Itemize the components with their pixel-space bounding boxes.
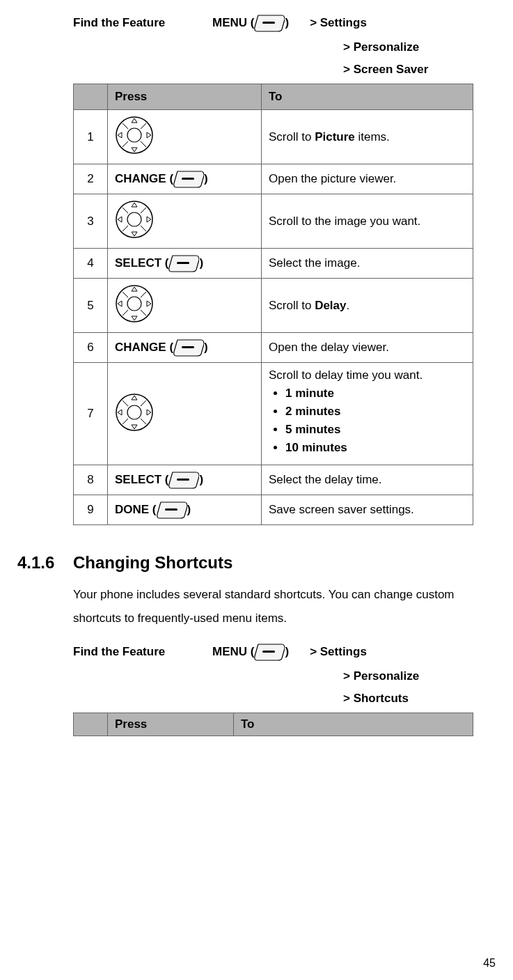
softkey-icon (173, 170, 204, 188)
press-cell: SELECT ( ) (108, 249, 262, 279)
softkey-icon (168, 254, 199, 272)
list-item: 2 minutes (285, 405, 466, 419)
to-text: Scroll to (269, 130, 315, 143)
step-num: 4 (74, 249, 108, 279)
press-cell (108, 110, 262, 164)
to-cell: Save screen saver settings. (262, 495, 473, 525)
breadcrumb: > Settings (310, 645, 367, 659)
step-num: 7 (74, 363, 108, 465)
step-num: 9 (74, 495, 108, 525)
to-text: items. (355, 130, 390, 143)
section-heading: 4.1.6Changing Shortcuts (17, 553, 496, 573)
menu-text: MENU ( ) (212, 643, 289, 661)
step-num: 2 (74, 164, 108, 194)
press-cell: DONE ( ) (108, 495, 262, 525)
breadcrumb: > Personalize (343, 40, 496, 54)
press-cell: SELECT ( ) (108, 465, 262, 495)
softkey-icon (173, 339, 204, 357)
menu-suffix: ) (285, 16, 289, 30)
breadcrumb: > Settings (310, 16, 367, 30)
col-press: Press (108, 713, 234, 736)
to-text: Scroll to (269, 299, 315, 312)
table-row: 1 Scroll to Picture items. (74, 110, 473, 164)
menu-suffix: ) (285, 645, 289, 659)
softkey-icon (157, 501, 187, 519)
press-cell (108, 279, 262, 333)
table-header-row: Press To (74, 713, 473, 736)
to-cell: Scroll to the image you want. (262, 194, 473, 249)
press-cell: CHANGE ( ) (108, 333, 262, 363)
col-to: To (234, 713, 473, 736)
press-label: ) (199, 256, 203, 270)
to-text: . (347, 299, 350, 312)
navkey-icon (115, 284, 154, 323)
steps-table: Press To 1 Scroll to Picture items. 2 CH… (73, 84, 473, 525)
to-text-bold: Picture (315, 130, 355, 143)
table-row: 6 CHANGE ( ) Open the delay viewer. (74, 333, 473, 363)
press-label: ) (204, 341, 208, 355)
press-label: ) (199, 473, 203, 487)
press-label: SELECT ( (115, 256, 168, 270)
menu-prefix: MENU ( (212, 16, 254, 30)
press-label: ) (204, 172, 208, 186)
press-cell: CHANGE ( ) (108, 164, 262, 194)
table-row: 7 Scroll to delay time you want. 1 minut… (74, 363, 473, 465)
to-cell: Open the picture viewer. (262, 164, 473, 194)
col-num (74, 84, 108, 110)
table-row: 9 DONE ( ) Save screen saver settings. (74, 495, 473, 525)
section-number: 4.1.6 (17, 553, 73, 573)
softkey-icon (254, 14, 285, 32)
section-body: Your phone includes several standard sho… (73, 583, 473, 630)
press-label: DONE ( (115, 503, 157, 517)
press-label: SELECT ( (115, 473, 168, 487)
step-num: 8 (74, 465, 108, 495)
find-feature-label: Find the Feature (73, 645, 212, 659)
list-item: 1 minute (285, 387, 466, 400)
to-text-bold: Delay (315, 299, 346, 312)
table-header-row: Press To (74, 84, 473, 110)
table-row: 3 Scroll to the image you want. (74, 194, 473, 249)
breadcrumb: > Screen Saver (343, 63, 496, 77)
find-feature-row: Find the Feature MENU ( ) > Settings (73, 643, 496, 661)
table-row: 4 SELECT ( ) Select the image. (74, 249, 473, 279)
press-label: CHANGE ( (115, 341, 173, 355)
navkey-icon (115, 200, 154, 239)
to-cell: Select the image. (262, 249, 473, 279)
table-row: 2 CHANGE ( ) Open the picture viewer. (74, 164, 473, 194)
softkey-icon (254, 643, 285, 661)
press-cell (108, 363, 262, 465)
to-cell: Scroll to Picture items. (262, 110, 473, 164)
find-feature-label: Find the Feature (73, 16, 212, 30)
steps-table: Press To (73, 713, 473, 736)
softkey-icon (168, 471, 199, 489)
navkey-icon (115, 116, 154, 155)
find-feature-row: Find the Feature MENU ( ) > Settings (73, 14, 496, 32)
step-num: 6 (74, 333, 108, 363)
to-cell: Open the delay viewer. (262, 333, 473, 363)
col-num (74, 713, 108, 736)
to-cell: Scroll to Delay. (262, 279, 473, 333)
navkey-icon (115, 393, 154, 432)
press-label: CHANGE ( (115, 172, 173, 186)
press-label: ) (187, 503, 191, 517)
table-row: 8 SELECT ( ) Select the delay time. (74, 465, 473, 495)
step-num: 1 (74, 110, 108, 164)
breadcrumb: > Personalize (343, 669, 496, 683)
step-num: 5 (74, 279, 108, 333)
section-title: Changing Shortcuts (73, 553, 232, 572)
step-num: 3 (74, 194, 108, 249)
options-list: 1 minute 2 minutes 5 minutes 10 minutes (285, 387, 466, 455)
to-cell: Scroll to delay time you want. 1 minute … (262, 363, 473, 465)
to-cell: Select the delay time. (262, 465, 473, 495)
table-row: 5 Scroll to Delay. (74, 279, 473, 333)
menu-text: MENU ( ) (212, 14, 289, 32)
list-item: 10 minutes (285, 441, 466, 455)
menu-prefix: MENU ( (212, 645, 254, 659)
press-cell (108, 194, 262, 249)
list-item: 5 minutes (285, 423, 466, 437)
page-number: 45 (483, 957, 496, 970)
to-text: Scroll to delay time you want. (269, 368, 466, 382)
col-press: Press (108, 84, 262, 110)
breadcrumb: > Shortcuts (343, 692, 496, 706)
col-to: To (262, 84, 473, 110)
